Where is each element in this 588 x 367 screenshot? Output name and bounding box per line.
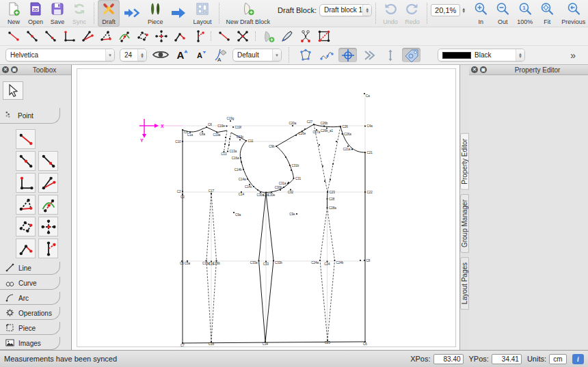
zoom-previous-button[interactable]: Previous <box>558 0 588 27</box>
point-tool-p-seg[interactable] <box>4 29 23 44</box>
undo-button[interactable]: Undo <box>379 0 401 27</box>
toolbox-tool-p-seg-mid2[interactable] <box>38 151 58 171</box>
zoom-out-button[interactable]: Out <box>492 0 513 27</box>
sec-curve-icon <box>5 277 15 289</box>
format-overflow-chevron[interactable]: » <box>567 50 578 61</box>
tag-button[interactable] <box>402 48 420 62</box>
zoom-100-icon: 1 <box>518 1 533 18</box>
font-family-select[interactable]: Helvetica ▼ <box>5 49 115 62</box>
point-tool-p-vline[interactable] <box>189 29 207 44</box>
color-select[interactable]: Black ▲▼ <box>438 49 525 62</box>
point-tool-p-tri[interactable] <box>96 29 115 44</box>
toolbox-section-arc[interactable]: Arc <box>0 292 60 305</box>
svg-text:C6: C6 <box>363 342 367 346</box>
svg-text:C19f: C19f <box>235 126 242 129</box>
toolbox-section-curve[interactable]: Curve <box>0 277 60 290</box>
visibility-eye-icon[interactable] <box>152 49 170 62</box>
font-increase-icon[interactable]: A <box>174 47 189 64</box>
panel-tab-property-editor[interactable]: Property Editor <box>460 133 469 190</box>
svg-text:C19a: C19a <box>213 133 221 137</box>
point-tool-p-curve-x[interactable] <box>115 29 133 44</box>
new-draft-block-button[interactable]: New Draft Block <box>223 0 274 27</box>
svg-text:C26b: C26b <box>321 122 328 125</box>
toolbox-tool-p-angle[interactable] <box>38 173 58 193</box>
font-decrease-icon[interactable]: A <box>194 47 208 64</box>
piece-button[interactable]: Piece <box>144 0 167 27</box>
point-tool-p-seg-mid2[interactable] <box>41 29 59 44</box>
font-size-spinner[interactable]: 24 ▲▼ <box>120 49 147 62</box>
toolbox-section-images[interactable]: Images <box>0 337 60 350</box>
point-tool-p-perp[interactable] <box>59 29 78 44</box>
point-tool-pc-square[interactable] <box>315 29 333 44</box>
zoom-fit-icon <box>539 1 554 18</box>
toolbox-tool-p-poly[interactable] <box>16 217 36 236</box>
toolbox-tool-p-seg-mid[interactable] <box>16 151 36 171</box>
point-tool-p-angle2[interactable] <box>170 29 189 44</box>
info-button[interactable]: i <box>572 354 584 364</box>
redo-button[interactable]: Redo <box>401 0 423 27</box>
point-tool-pc-orn[interactable] <box>296 29 315 44</box>
pattern-drawing[interactable]: C1C1aC8aC8C19aC19eC19gC19fC19cC13C13aC10… <box>72 65 459 350</box>
color-stepper[interactable]: ▲▼ <box>516 49 524 61</box>
draft-block-stepper[interactable]: ▲▼ <box>362 5 371 16</box>
open-button[interactable]: 2DOpen <box>25 0 46 27</box>
property-editor-close-icon[interactable]: ✕ <box>471 66 478 73</box>
toolbox-tool-p-curve-x[interactable] <box>38 195 58 215</box>
svg-text:C8: C8 <box>208 123 212 126</box>
crosshair-button[interactable] <box>338 48 357 62</box>
panel-tab-group-manager[interactable]: Group Manager <box>460 194 469 253</box>
sync-button[interactable]: Sync <box>68 0 90 27</box>
toolbox-section-point[interactable]: Point <box>0 108 60 124</box>
toolbox-float-icon[interactable]: ◼ <box>11 66 18 73</box>
point-tool-p-seg2[interactable] <box>215 29 233 44</box>
svg-text:C19g: C19g <box>227 117 235 120</box>
toolbox-tool-p-seg[interactable] <box>16 129 36 149</box>
zoom-percent-field[interactable]: 20,1% <box>431 4 460 16</box>
new-button[interactable]: New <box>3 0 25 27</box>
chevrons-button[interactable] <box>360 48 378 62</box>
zoom-100--button[interactable]: 1100% <box>513 0 536 27</box>
toolbox-tool-p-perp[interactable] <box>16 173 36 193</box>
arrow-cursor-tool[interactable] <box>3 81 23 100</box>
draft-block-select[interactable]: Draft block 1 ▲▼ <box>319 4 372 16</box>
font-size-stepper[interactable]: ▲▼ <box>137 49 146 61</box>
sec-gear-icon <box>5 308 15 319</box>
toolbox-section-operations[interactable]: Operations <box>0 307 60 320</box>
point-tool-p-seg-mid[interactable] <box>23 29 41 44</box>
draft-button[interactable]: Draft <box>98 0 120 27</box>
draft-canvas[interactable]: C1C1aC8aC8C19aC19eC19gC19fC19cC13C13aC10… <box>72 65 459 350</box>
toolbox-tool-p-cross[interactable] <box>38 217 58 236</box>
layout-button[interactable]: Layout <box>190 0 215 27</box>
property-editor-float-icon[interactable]: ◼ <box>480 66 487 73</box>
poly-node-button[interactable] <box>296 48 315 62</box>
zoom-percent-stepper[interactable]: ▲▼ <box>462 8 466 13</box>
toolbox-close-icon[interactable]: ✕ <box>2 66 9 73</box>
toolbox-sections: LineCurveArcOperationsPieceImages <box>0 260 71 350</box>
label-curve-icon[interactable]: A <box>213 47 228 64</box>
varrow-button[interactable] <box>381 48 399 62</box>
zoom-fit-button[interactable]: Fit <box>536 0 558 27</box>
zoom-in-button[interactable]: In <box>470 0 492 27</box>
point-tool-pc-pen[interactable] <box>278 29 296 44</box>
font-family-stepper[interactable]: ▼ <box>105 49 114 61</box>
point-tool-p-xcross[interactable] <box>233 29 252 44</box>
point-tool-p-poly[interactable] <box>133 29 152 44</box>
line-style-stepper[interactable]: ▼ <box>272 49 281 61</box>
curve-node-button[interactable] <box>317 48 336 62</box>
color-value: Black <box>475 51 491 59</box>
toolbox-tool-p-angle2[interactable] <box>16 239 36 258</box>
svg-text:C28: C28 <box>329 198 335 201</box>
property-editor-panel: ✕ ◼ Property Editor <box>469 65 588 350</box>
point-tool-p-cross[interactable] <box>152 29 170 44</box>
toolbox-tool-p-vline[interactable] <box>38 239 58 258</box>
svg-text:C32: C32 <box>288 191 294 194</box>
point-tool-pc-add[interactable] <box>259 29 278 44</box>
toolbox-section-line[interactable]: Line <box>0 262 60 275</box>
save-button[interactable]: Save <box>46 0 68 27</box>
line-style-select[interactable]: Default ▼ <box>232 49 282 62</box>
toolbox-tool-p-tri[interactable] <box>16 195 36 215</box>
toolbox-section-piece[interactable]: Piece <box>0 322 60 335</box>
point-tool-p-angle[interactable] <box>78 29 96 44</box>
panel-tab-layout-pages[interactable]: Layout Pages <box>460 257 469 310</box>
draft-block-label: Draft Block: <box>278 6 317 14</box>
